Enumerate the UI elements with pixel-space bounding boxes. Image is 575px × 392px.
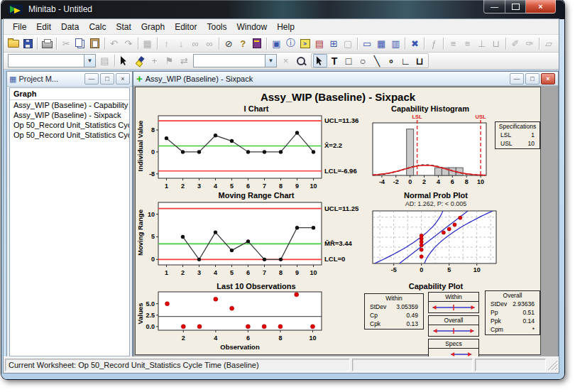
interval-column: Within Overall Specs xyxy=(428,292,479,356)
svg-text:-4: -4 xyxy=(379,178,385,185)
pm-close-button[interactable]: × xyxy=(116,73,130,85)
svg-text:8: 8 xyxy=(279,183,283,190)
anno-text-icon[interactable]: T xyxy=(327,54,341,67)
within-interval xyxy=(429,302,478,312)
delete-icon: × xyxy=(278,54,293,67)
anno-select-icon[interactable] xyxy=(313,54,327,67)
menu-graph[interactable]: Graph xyxy=(136,21,170,33)
anno-polyline-icon[interactable]: ∟ xyxy=(398,54,412,67)
gw-minimize-button[interactable]: — xyxy=(510,73,524,85)
menu-tools[interactable]: Tools xyxy=(202,21,231,33)
pm-restore-button[interactable]: □ xyxy=(100,73,114,85)
graph-list-item[interactable]: Op 50_Record Unit_Statistics Cyc xyxy=(10,130,129,140)
svg-text:X̄=2.2: X̄=2.2 xyxy=(324,141,342,149)
svg-text:0: 0 xyxy=(420,266,423,273)
status-panel xyxy=(352,359,473,371)
maximize-icon xyxy=(512,4,520,10)
show-worksheets-icon[interactable]: ▦ xyxy=(374,37,388,50)
menu-edit[interactable]: Edit xyxy=(31,21,56,33)
minimize-button[interactable]: — xyxy=(483,0,505,13)
minitab-logo-icon xyxy=(9,4,23,14)
run-exec-icon[interactable] xyxy=(250,37,264,50)
menu-data[interactable]: Data xyxy=(56,21,84,33)
graph-list-item[interactable]: Op 50_Record Unit_Statistics Cyc xyxy=(10,120,129,130)
anno-line-icon[interactable]: ╲ xyxy=(370,54,384,67)
info-icon[interactable]: ⓘ xyxy=(284,37,298,50)
paste-icon[interactable] xyxy=(87,37,102,50)
status-text: Current Worksheet: Op 50_Record Unit_Sta… xyxy=(5,359,350,371)
session-window-icon[interactable]: > xyxy=(298,37,312,50)
item-combo[interactable]: ▼ xyxy=(193,54,277,67)
svg-text:5: 5 xyxy=(230,183,234,190)
titlebar[interactable]: Minitab - Untitled — × xyxy=(1,0,564,19)
pm-minimize-button[interactable]: — xyxy=(84,73,99,85)
overall-stats-box: Overall StDev2.93636 Pp0.51 Ppk0.14 Cpm* xyxy=(485,290,540,335)
menu-window[interactable]: Window xyxy=(232,21,273,33)
item-combo-input[interactable] xyxy=(194,55,265,67)
svg-text:0: 0 xyxy=(408,178,412,185)
close-button[interactable]: × xyxy=(526,0,556,13)
svg-text:-5: -5 xyxy=(391,266,397,273)
mrchart-plot: 051012345678910UCL=11.25M̄R̄=3.44LCL=0 xyxy=(138,200,363,281)
gw-restore-button[interactable]: □ xyxy=(525,73,540,85)
anno-polygon-icon[interactable]: ⊔ xyxy=(412,54,427,67)
close-all-graphs-icon[interactable]: ✖ xyxy=(407,37,422,50)
move-down-icon: ↓ xyxy=(174,37,188,50)
graph-window-titlebar[interactable]: + Assy_WIP (Baseline) - Sixpack — □ × xyxy=(133,72,558,86)
open-file-icon[interactable] xyxy=(6,37,21,50)
new-worksheet-icon[interactable]: ⊞ xyxy=(327,37,341,50)
graph-list-item[interactable]: Assy_WIP (Baseline) - Sixpack xyxy=(10,110,129,120)
select-arrow-icon[interactable] xyxy=(117,54,132,67)
last10-plot: 0.02.55.0246810 xyxy=(138,290,363,344)
anno-rect-icon[interactable]: □ xyxy=(341,54,356,67)
svg-text:USL: USL xyxy=(476,114,486,120)
combo-dropdown-icon[interactable]: ▼ xyxy=(265,55,276,67)
anno-marker-icon[interactable]: ∘ xyxy=(384,54,398,67)
report-pad-icon[interactable]: ▤ xyxy=(312,37,327,50)
help-icon[interactable]: ? xyxy=(236,37,250,50)
graph-window-title: Assy_WIP (Baseline) - Sixpack xyxy=(146,75,508,83)
cancel-icon[interactable]: ⊘ xyxy=(221,37,236,50)
graph-combo-input[interactable] xyxy=(9,55,84,67)
zoom-icon[interactable] xyxy=(293,54,308,67)
menu-file[interactable]: File xyxy=(8,21,31,33)
save-file-icon[interactable] xyxy=(21,37,35,50)
menu-help[interactable]: Help xyxy=(272,21,300,33)
menu-calc[interactable]: Calc xyxy=(84,21,111,33)
last10-title: Last 10 Observations xyxy=(164,282,349,290)
subset-worksheet-icon: ≡ xyxy=(446,37,460,50)
sixpack-graph-window: + Assy_WIP (Baseline) - Sixpack — □ × As… xyxy=(133,71,559,356)
menu-stat[interactable]: Stat xyxy=(111,21,136,33)
anno-ellipse-icon[interactable]: ○ xyxy=(356,54,370,67)
ichart-plot: -80812345678910UCL=11.36X̄=2.2LCL=-6.96 xyxy=(138,113,363,194)
svg-text:1: 1 xyxy=(165,183,168,190)
maximize-button[interactable] xyxy=(505,0,526,13)
project-manager-titlebar[interactable]: ▦ Project M... — □ × xyxy=(7,72,132,87)
undo-icon: ↶ xyxy=(107,37,121,50)
copy-icon[interactable] xyxy=(73,37,87,50)
gw-close-button[interactable]: × xyxy=(541,73,555,85)
svg-text:10: 10 xyxy=(473,266,481,273)
svg-text:4: 4 xyxy=(214,183,217,190)
resize-grip[interactable] xyxy=(547,360,557,370)
print-icon[interactable] xyxy=(40,37,54,50)
brush-highlight-icon[interactable] xyxy=(132,54,147,67)
svg-text:1: 1 xyxy=(165,269,168,276)
menu-editor[interactable]: Editor xyxy=(170,21,202,33)
show-session-icon[interactable]: ▭ xyxy=(360,37,374,50)
brush-add-icon: ✑ xyxy=(522,37,537,50)
show-project-manager-icon[interactable]: ▥ xyxy=(388,37,402,50)
combo-dropdown-icon[interactable]: ▼ xyxy=(84,55,95,67)
overall-interval xyxy=(429,325,478,336)
probplot-plot: -50510 xyxy=(370,209,502,281)
project-manager-title: Project M... xyxy=(18,75,83,83)
cascade-windows-icon[interactable]: ▣ xyxy=(269,37,283,50)
graph-combo[interactable]: ▼ xyxy=(8,54,96,67)
histogram-plot: LSLUSL-4-20246810 xyxy=(370,113,492,194)
svg-text:5: 5 xyxy=(151,233,155,240)
redo-icon: ↷ xyxy=(121,37,136,50)
svg-text:8: 8 xyxy=(465,178,469,185)
interval-label: Specs xyxy=(428,339,479,349)
graph-list-item[interactable]: Assy_WIP (Baseline) - Capability xyxy=(10,100,129,110)
brush-points-icon: ✐ xyxy=(508,37,522,50)
